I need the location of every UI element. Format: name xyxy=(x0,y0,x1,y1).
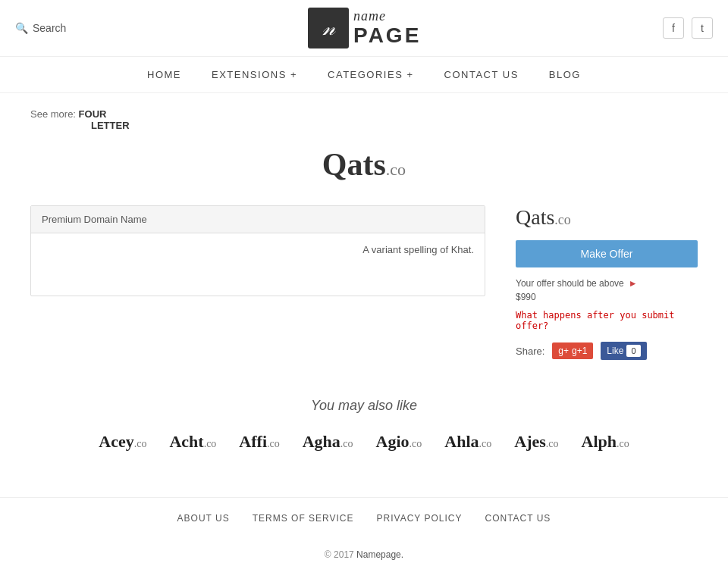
domain-item-name: Ajes xyxy=(514,432,546,451)
breadcrumb: See more: FOUR LETTER xyxy=(30,108,698,131)
right-domain-name: Qats.co xyxy=(516,205,698,230)
right-domain-tld: .co xyxy=(554,212,571,227)
footer-copy: © 2017 Namepage. xyxy=(0,539,728,563)
search-label: Search xyxy=(33,22,66,34)
main-content: See more: FOUR LETTER Qats.co Premium Do… xyxy=(0,93,728,467)
gplus-button[interactable]: g+ g+1 xyxy=(552,342,593,359)
social-icons: f t xyxy=(663,17,713,39)
see-more-prefix: See more: xyxy=(30,108,76,120)
offer-amount: $990 xyxy=(516,292,698,302)
domain-item-name: Affi xyxy=(239,432,267,451)
domain-info-panel: Premium Domain Name A variant spelling o… xyxy=(30,205,485,296)
offer-info: Your offer should be above ► xyxy=(516,278,698,289)
domain-list: Acey.coAcht.coAffi.coAgha.coAgio.coAhla.… xyxy=(30,432,698,452)
logo-text: name PAGE xyxy=(353,9,421,48)
domain-item-tld: .co xyxy=(479,438,492,449)
search-icon: 🔍 xyxy=(15,22,28,34)
logo-page: PAGE xyxy=(353,24,421,48)
domain-list-item[interactable]: Alph.co xyxy=(582,432,629,452)
nav-home[interactable]: HOME xyxy=(147,69,181,80)
nav-categories[interactable]: CATEGORIES + xyxy=(328,69,413,80)
right-domain-text: Qats xyxy=(516,205,554,229)
domain-item-tld: .co xyxy=(204,438,217,449)
logo-name: name xyxy=(353,9,421,24)
domain-item-name: Agio xyxy=(376,432,410,451)
domain-list-item[interactable]: Affi.co xyxy=(239,432,279,452)
logo-box: 𝓃 xyxy=(308,8,349,48)
domain-item-name: Ahla xyxy=(444,432,479,451)
domain-title-area: Qats.co xyxy=(30,146,698,183)
domain-list-item[interactable]: Acht.co xyxy=(169,432,216,452)
footer-link-item[interactable]: PRIVACY POLICY xyxy=(377,513,463,524)
fb-like-label: Like xyxy=(607,346,623,356)
panel-header: Premium Domain Name xyxy=(31,206,485,233)
domain-item-tld: .co xyxy=(410,438,422,449)
content-flex: Premium Domain Name A variant spelling o… xyxy=(30,205,698,360)
footer-link-item[interactable]: CONTACT US xyxy=(485,513,551,524)
domain-name-display: Qats xyxy=(322,147,386,182)
main-nav: HOME EXTENSIONS + CATEGORIES + CONTACT U… xyxy=(0,57,728,93)
domain-tld-display: .co xyxy=(386,160,406,179)
share-row: Share: g+ g+1 Like 0 xyxy=(516,342,698,360)
domain-item-tld: .co xyxy=(546,438,559,449)
twitter-icon[interactable]: t xyxy=(692,17,713,39)
footer-links: ABOUT USTERMS OF SERVICEPRIVACY POLICYCO… xyxy=(0,497,728,539)
domain-list-item[interactable]: Acey.co xyxy=(99,432,146,452)
what-happens-link[interactable]: What happens after you submit offer? xyxy=(516,310,698,331)
nav-extensions[interactable]: EXTENSIONS + xyxy=(212,69,297,80)
nav-contact[interactable]: CONTACT US xyxy=(444,69,519,80)
panel-body: A variant spelling of Khat. xyxy=(31,233,485,266)
domain-item-name: Agha xyxy=(303,432,340,451)
domain-list-item[interactable]: Ajes.co xyxy=(514,432,558,452)
share-label: Share: xyxy=(516,346,544,357)
domain-list-item[interactable]: Agha.co xyxy=(303,432,353,452)
domain-description: A variant spelling of Khat. xyxy=(362,244,474,255)
footer-brand-link[interactable]: Namepage. xyxy=(356,549,403,560)
facebook-like-button[interactable]: Like 0 xyxy=(601,342,646,360)
domain-item-tld: .co xyxy=(267,438,280,449)
nav-blog[interactable]: BLOG xyxy=(549,69,581,80)
offer-hint-text: Your offer should be above xyxy=(516,278,624,289)
gplus-icon: g+ xyxy=(558,346,569,356)
breadcrumb-link2[interactable]: LETTER xyxy=(91,120,130,131)
header: 🔍 Search 𝓃 name PAGE f t xyxy=(0,0,728,57)
fb-count: 0 xyxy=(626,345,640,357)
make-offer-button[interactable]: Make Offer xyxy=(516,240,698,267)
footer-copy-text: © 2017 xyxy=(325,549,354,560)
also-like-section: You may also like Acey.coAcht.coAffi.coA… xyxy=(30,398,698,452)
also-like-title: You may also like xyxy=(30,398,698,414)
domain-item-name: Acht xyxy=(169,432,203,451)
domain-list-item[interactable]: Agio.co xyxy=(376,432,422,452)
domain-title-big: Qats.co xyxy=(322,147,406,182)
arrow-icon: ► xyxy=(629,278,638,289)
logo-initial: 𝓃 xyxy=(322,16,334,41)
footer-link-item[interactable]: ABOUT US xyxy=(177,513,230,524)
gplus-label: g+1 xyxy=(572,346,587,356)
domain-item-tld: .co xyxy=(340,438,353,449)
breadcrumb-link1[interactable]: FOUR xyxy=(79,108,107,120)
facebook-icon[interactable]: f xyxy=(663,17,684,39)
domain-item-name: Alph xyxy=(582,432,617,451)
domain-item-tld: .co xyxy=(134,438,147,449)
domain-list-item[interactable]: Ahla.co xyxy=(444,432,491,452)
domain-item-tld: .co xyxy=(617,438,629,449)
footer-link-item[interactable]: TERMS OF SERVICE xyxy=(253,513,354,524)
domain-item-name: Acey xyxy=(99,432,133,451)
logo[interactable]: 𝓃 name PAGE xyxy=(308,8,421,48)
right-panel: Qats.co Make Offer Your offer should be … xyxy=(516,205,698,360)
search-area[interactable]: 🔍 Search xyxy=(15,22,66,34)
